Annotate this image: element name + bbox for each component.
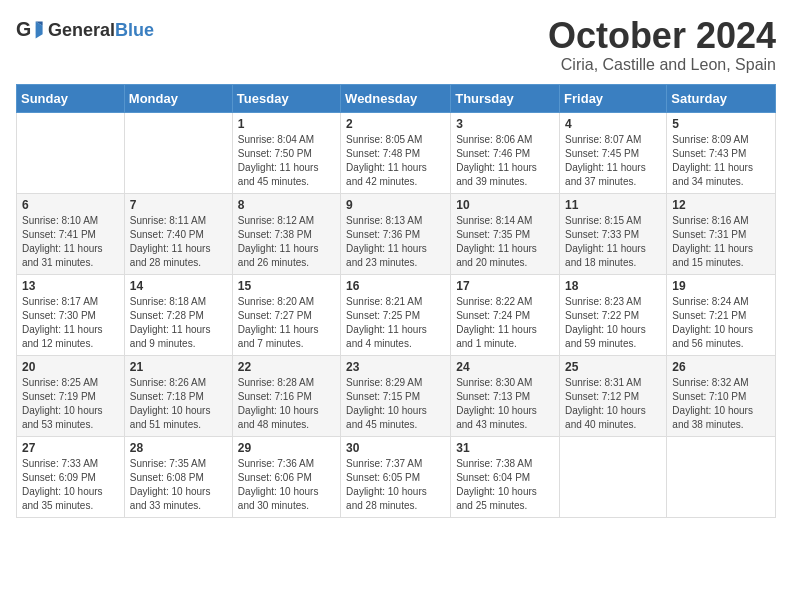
month-title: October 2024 [548, 16, 776, 56]
day-number: 14 [130, 279, 227, 293]
day-info: Sunrise: 8:26 AM Sunset: 7:18 PM Dayligh… [130, 376, 227, 432]
calendar-cell: 18Sunrise: 8:23 AM Sunset: 7:22 PM Dayli… [560, 274, 667, 355]
day-info: Sunrise: 8:24 AM Sunset: 7:21 PM Dayligh… [672, 295, 770, 351]
day-info: Sunrise: 7:33 AM Sunset: 6:09 PM Dayligh… [22, 457, 119, 513]
calendar-cell: 27Sunrise: 7:33 AM Sunset: 6:09 PM Dayli… [17, 436, 125, 517]
calendar-table: SundayMondayTuesdayWednesdayThursdayFrid… [16, 84, 776, 518]
calendar-cell: 19Sunrise: 8:24 AM Sunset: 7:21 PM Dayli… [667, 274, 776, 355]
logo-icon: G [16, 16, 44, 44]
day-number: 13 [22, 279, 119, 293]
weekday-header-row: SundayMondayTuesdayWednesdayThursdayFrid… [17, 84, 776, 112]
day-number: 3 [456, 117, 554, 131]
day-info: Sunrise: 8:14 AM Sunset: 7:35 PM Dayligh… [456, 214, 554, 270]
day-number: 30 [346, 441, 445, 455]
calendar-cell: 4Sunrise: 8:07 AM Sunset: 7:45 PM Daylig… [560, 112, 667, 193]
day-number: 10 [456, 198, 554, 212]
day-info: Sunrise: 8:10 AM Sunset: 7:41 PM Dayligh… [22, 214, 119, 270]
calendar-cell: 25Sunrise: 8:31 AM Sunset: 7:12 PM Dayli… [560, 355, 667, 436]
calendar-week-row: 20Sunrise: 8:25 AM Sunset: 7:19 PM Dayli… [17, 355, 776, 436]
calendar-cell: 24Sunrise: 8:30 AM Sunset: 7:13 PM Dayli… [451, 355, 560, 436]
day-info: Sunrise: 8:32 AM Sunset: 7:10 PM Dayligh… [672, 376, 770, 432]
logo-text-general: General [48, 20, 115, 41]
day-number: 12 [672, 198, 770, 212]
day-info: Sunrise: 8:22 AM Sunset: 7:24 PM Dayligh… [456, 295, 554, 351]
day-info: Sunrise: 8:23 AM Sunset: 7:22 PM Dayligh… [565, 295, 661, 351]
calendar-cell: 14Sunrise: 8:18 AM Sunset: 7:28 PM Dayli… [124, 274, 232, 355]
day-info: Sunrise: 8:18 AM Sunset: 7:28 PM Dayligh… [130, 295, 227, 351]
calendar-cell: 10Sunrise: 8:14 AM Sunset: 7:35 PM Dayli… [451, 193, 560, 274]
calendar-cell: 12Sunrise: 8:16 AM Sunset: 7:31 PM Dayli… [667, 193, 776, 274]
day-number: 1 [238, 117, 335, 131]
day-number: 5 [672, 117, 770, 131]
svg-text:G: G [16, 18, 31, 40]
calendar-week-row: 13Sunrise: 8:17 AM Sunset: 7:30 PM Dayli… [17, 274, 776, 355]
calendar-cell: 3Sunrise: 8:06 AM Sunset: 7:46 PM Daylig… [451, 112, 560, 193]
calendar-cell: 7Sunrise: 8:11 AM Sunset: 7:40 PM Daylig… [124, 193, 232, 274]
day-number: 29 [238, 441, 335, 455]
day-number: 26 [672, 360, 770, 374]
calendar-week-row: 1Sunrise: 8:04 AM Sunset: 7:50 PM Daylig… [17, 112, 776, 193]
calendar-cell [17, 112, 125, 193]
calendar-cell [560, 436, 667, 517]
day-info: Sunrise: 8:12 AM Sunset: 7:38 PM Dayligh… [238, 214, 335, 270]
day-number: 2 [346, 117, 445, 131]
day-number: 22 [238, 360, 335, 374]
day-number: 28 [130, 441, 227, 455]
day-number: 9 [346, 198, 445, 212]
day-info: Sunrise: 8:13 AM Sunset: 7:36 PM Dayligh… [346, 214, 445, 270]
calendar-cell: 16Sunrise: 8:21 AM Sunset: 7:25 PM Dayli… [341, 274, 451, 355]
day-number: 25 [565, 360, 661, 374]
title-area: October 2024 Ciria, Castille and Leon, S… [548, 16, 776, 74]
weekday-header-tuesday: Tuesday [232, 84, 340, 112]
day-number: 18 [565, 279, 661, 293]
day-number: 21 [130, 360, 227, 374]
day-info: Sunrise: 8:15 AM Sunset: 7:33 PM Dayligh… [565, 214, 661, 270]
day-info: Sunrise: 8:31 AM Sunset: 7:12 PM Dayligh… [565, 376, 661, 432]
calendar-cell [667, 436, 776, 517]
day-info: Sunrise: 8:16 AM Sunset: 7:31 PM Dayligh… [672, 214, 770, 270]
calendar-week-row: 27Sunrise: 7:33 AM Sunset: 6:09 PM Dayli… [17, 436, 776, 517]
weekday-header-saturday: Saturday [667, 84, 776, 112]
day-number: 27 [22, 441, 119, 455]
day-number: 7 [130, 198, 227, 212]
day-number: 16 [346, 279, 445, 293]
day-info: Sunrise: 8:28 AM Sunset: 7:16 PM Dayligh… [238, 376, 335, 432]
day-info: Sunrise: 8:21 AM Sunset: 7:25 PM Dayligh… [346, 295, 445, 351]
page-header: G General Blue October 2024 Ciria, Casti… [16, 16, 776, 74]
day-number: 23 [346, 360, 445, 374]
calendar-cell: 28Sunrise: 7:35 AM Sunset: 6:08 PM Dayli… [124, 436, 232, 517]
calendar-cell: 2Sunrise: 8:05 AM Sunset: 7:48 PM Daylig… [341, 112, 451, 193]
day-info: Sunrise: 8:09 AM Sunset: 7:43 PM Dayligh… [672, 133, 770, 189]
calendar-cell: 23Sunrise: 8:29 AM Sunset: 7:15 PM Dayli… [341, 355, 451, 436]
day-number: 17 [456, 279, 554, 293]
day-number: 24 [456, 360, 554, 374]
weekday-header-sunday: Sunday [17, 84, 125, 112]
calendar-cell: 21Sunrise: 8:26 AM Sunset: 7:18 PM Dayli… [124, 355, 232, 436]
day-info: Sunrise: 8:05 AM Sunset: 7:48 PM Dayligh… [346, 133, 445, 189]
weekday-header-wednesday: Wednesday [341, 84, 451, 112]
calendar-week-row: 6Sunrise: 8:10 AM Sunset: 7:41 PM Daylig… [17, 193, 776, 274]
calendar-cell: 26Sunrise: 8:32 AM Sunset: 7:10 PM Dayli… [667, 355, 776, 436]
day-number: 15 [238, 279, 335, 293]
calendar-cell [124, 112, 232, 193]
day-info: Sunrise: 8:17 AM Sunset: 7:30 PM Dayligh… [22, 295, 119, 351]
day-info: Sunrise: 8:04 AM Sunset: 7:50 PM Dayligh… [238, 133, 335, 189]
location-title: Ciria, Castille and Leon, Spain [548, 56, 776, 74]
day-info: Sunrise: 8:20 AM Sunset: 7:27 PM Dayligh… [238, 295, 335, 351]
logo-text-blue: Blue [115, 20, 154, 41]
calendar-cell: 8Sunrise: 8:12 AM Sunset: 7:38 PM Daylig… [232, 193, 340, 274]
day-info: Sunrise: 8:25 AM Sunset: 7:19 PM Dayligh… [22, 376, 119, 432]
calendar-cell: 29Sunrise: 7:36 AM Sunset: 6:06 PM Dayli… [232, 436, 340, 517]
day-number: 6 [22, 198, 119, 212]
day-info: Sunrise: 8:30 AM Sunset: 7:13 PM Dayligh… [456, 376, 554, 432]
calendar-cell: 22Sunrise: 8:28 AM Sunset: 7:16 PM Dayli… [232, 355, 340, 436]
weekday-header-friday: Friday [560, 84, 667, 112]
calendar-cell: 13Sunrise: 8:17 AM Sunset: 7:30 PM Dayli… [17, 274, 125, 355]
calendar-cell: 17Sunrise: 8:22 AM Sunset: 7:24 PM Dayli… [451, 274, 560, 355]
calendar-cell: 31Sunrise: 7:38 AM Sunset: 6:04 PM Dayli… [451, 436, 560, 517]
day-info: Sunrise: 8:06 AM Sunset: 7:46 PM Dayligh… [456, 133, 554, 189]
day-info: Sunrise: 8:07 AM Sunset: 7:45 PM Dayligh… [565, 133, 661, 189]
day-info: Sunrise: 7:35 AM Sunset: 6:08 PM Dayligh… [130, 457, 227, 513]
weekday-header-monday: Monday [124, 84, 232, 112]
day-info: Sunrise: 7:37 AM Sunset: 6:05 PM Dayligh… [346, 457, 445, 513]
